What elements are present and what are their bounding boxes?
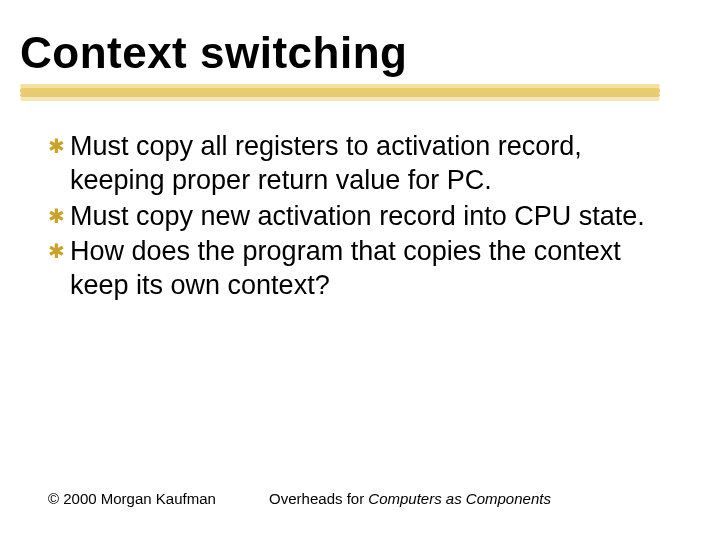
slide-title: Context switching <box>20 28 700 78</box>
bullet-text: How does the program that copies the con… <box>70 235 680 303</box>
copyright-text: © 2000 Morgan Kaufman <box>0 490 220 508</box>
bullet-icon: ✱ <box>48 235 70 265</box>
footer-center-text: Overheads for Computers as Components <box>220 490 720 508</box>
bullet-icon: ✱ <box>48 130 70 160</box>
title-underline <box>20 84 660 106</box>
bullet-text: Must copy new activation record into CPU… <box>70 200 645 234</box>
bullet-icon: ✱ <box>48 200 70 230</box>
list-item: ✱ Must copy all registers to activation … <box>48 130 680 198</box>
list-item: ✱ Must copy new activation record into C… <box>48 200 680 234</box>
list-item: ✱ How does the program that copies the c… <box>48 235 680 303</box>
bullet-text: Must copy all registers to activation re… <box>70 130 680 198</box>
slide-footer: © 2000 Morgan Kaufman Overheads for Comp… <box>0 490 720 508</box>
bullet-list: ✱ Must copy all registers to activation … <box>0 106 720 303</box>
